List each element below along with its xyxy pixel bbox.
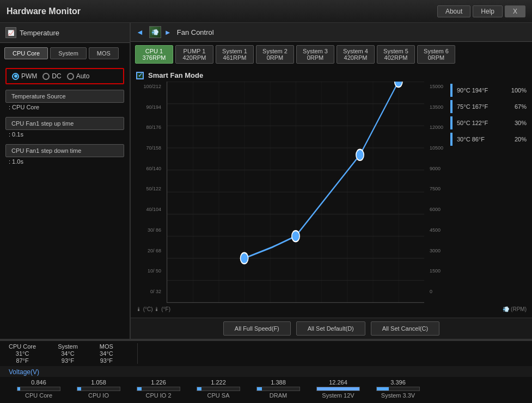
about-button[interactable]: About [437, 5, 470, 17]
temp-source-section: Temperature Source : CPU Core [5, 90, 124, 111]
action-bar: All Full Speed(F) All Set Default(D) All… [131, 318, 532, 339]
fan-tab-sys3-rpm: 0RPM [302, 54, 328, 61]
voltage-cpu-io2: 1.226 CPU IO 2 [129, 379, 188, 399]
close-button[interactable]: X [505, 5, 525, 17]
all-set-default-button[interactable]: All Set Default(D) [296, 321, 365, 336]
temperature-panel: 📈 Temperature CPU Core System MOS PWM [0, 23, 131, 339]
title-bar: Hardware Monitor About Help X [0, 0, 532, 23]
tab-mos[interactable]: MOS [89, 47, 119, 59]
temp-tabs: CPU Core System MOS [0, 43, 130, 64]
radio-auto-label: Auto [76, 72, 90, 80]
temp-controls: PWM DC Auto Temperature Source : CPU Cor… [0, 64, 130, 170]
radio-pwm-inner [14, 75, 17, 78]
fan-tab-pump1[interactable]: PUMP 1 420RPM [175, 45, 213, 64]
voltage-cpu-io2-label: CPU IO 2 [145, 392, 171, 399]
fan-tab-sys3[interactable]: System 3 0RPM [296, 45, 334, 64]
fan-tab-sys5-name: System 5 [383, 48, 409, 54]
fan-tab-cpu1-rpm: 376RPM [141, 54, 167, 61]
fan-tab-sys4-rpm: 420RPM [343, 54, 369, 61]
status-mos-val2: 93°F [100, 357, 113, 364]
step-down-button[interactable]: CPU Fan1 step down time [5, 144, 124, 157]
status-system-val1: 34°C [61, 350, 75, 357]
curve-point-3 [356, 150, 364, 160]
title-bar-buttons: About Help X [437, 5, 525, 17]
fan-tab-sys6[interactable]: System 6 0RPM [417, 45, 455, 64]
smart-fan-header: ✓ Smart Fan Mode [136, 71, 527, 79]
voltage-cpu-sa-val: 1.222 [211, 379, 226, 386]
smart-fan-title: Smart Fan Mode [148, 71, 203, 79]
curve-point-4 [395, 82, 402, 87]
fan-mode-radio-group: PWM DC Auto [5, 68, 124, 84]
all-full-speed-button[interactable]: All Full Speed(F) [223, 321, 291, 336]
fan-panel-title: Fan Control [177, 28, 214, 36]
fan-tab-sys1-rpm: 461RPM [222, 54, 248, 61]
fan-tab-cpu1-name: CPU 1 [141, 48, 167, 54]
radio-pwm[interactable]: PWM [12, 72, 37, 80]
voltage-cpu-core-label: CPU Core [25, 392, 52, 399]
status-system-label: System [58, 343, 78, 350]
voltage-sys12v: 12.264 System 12V [308, 379, 368, 399]
voltage-dram-val: 1.388 [271, 379, 286, 386]
step-down-value: : 1.0s [5, 157, 124, 166]
fan-tab-sys2[interactable]: System 2 0RPM [256, 45, 294, 64]
chart-area: ✓ Smart Fan Mode 100/212 90/194 80/176 7… [131, 67, 532, 318]
all-set-cancel-button[interactable]: All Set Cancel(C) [371, 321, 439, 336]
radio-auto[interactable]: Auto [67, 72, 90, 80]
chart-graph[interactable] [167, 82, 424, 303]
temp-source-value: : CPU Core [5, 103, 124, 111]
legend-item-50: 50°C 122°F 30% [450, 116, 527, 129]
legend-pct-90: 100% [511, 87, 527, 94]
legend-temp-50: 50°C 122°F [457, 120, 510, 126]
smart-fan-checkbox[interactable]: ✓ [136, 72, 144, 79]
help-button[interactable]: Help [473, 5, 503, 17]
chart-legend: 90°C 194°F 100% 75°C 167°F 67% 50°C 122°… [450, 82, 527, 303]
radio-dc-circle [42, 73, 50, 80]
legend-bar-75 [450, 100, 452, 113]
fan-panel: ◄ 💨 ► Fan Control CPU 1 376RPM PUMP 1 42… [131, 23, 532, 339]
voltage-cpu-core: 0.846 CPU Core [9, 379, 69, 399]
tab-system[interactable]: System [50, 47, 87, 59]
legend-pct-50: 30% [515, 120, 527, 126]
fan-tab-sys2-rpm: 0RPM [262, 54, 288, 61]
step-up-button[interactable]: CPU Fan1 step up time [5, 117, 124, 130]
main-area: 📈 Temperature CPU Core System MOS PWM [0, 23, 532, 403]
voltage-sys33v-label: System 3.3V [381, 392, 415, 399]
tab-cpu-core[interactable]: CPU Core [4, 47, 48, 59]
voltage-cpu-io-fill [77, 387, 81, 390]
legend-temp-30: 30°C 86°F [457, 136, 510, 142]
curve-point-1 [240, 253, 248, 264]
step-up-value: : 0.1s [5, 130, 124, 139]
fan-tab-sys5[interactable]: System 5 402RPM [377, 45, 415, 64]
status-mos: MOS 34°C 93°F [100, 343, 113, 364]
radio-dc[interactable]: DC [42, 72, 61, 80]
radio-pwm-circle [12, 73, 19, 80]
fan-tab-sys1[interactable]: System 1 461RPM [216, 45, 254, 64]
voltage-cpu-sa-fill [197, 387, 201, 390]
voltage-cpu-core-bar [17, 387, 60, 391]
voltage-cpu-io: 1.058 CPU IO [69, 379, 129, 399]
legend-bar-90 [450, 84, 452, 97]
voltage-dram: 1.388 DRAM [248, 379, 308, 399]
fan-tab-sys4[interactable]: System 4 420RPM [337, 45, 375, 64]
legend-item-75: 75°C 167°F 67% [450, 100, 527, 113]
fan-tab-sys6-rpm: 0RPM [423, 54, 449, 61]
voltage-dram-label: DRAM [270, 392, 287, 399]
fan-icon: 💨 [149, 26, 161, 38]
temp-panel-header: 📈 Temperature [0, 23, 130, 43]
status-system: System 34°C 93°F [58, 343, 78, 364]
voltage-cpu-io2-bar [137, 387, 180, 391]
legend-temp-75: 75°C 167°F [457, 103, 510, 110]
temp-source-button[interactable]: Temperature Source [5, 90, 124, 103]
voltage-cpu-core-fill [17, 387, 20, 390]
voltage-sys12v-label: System 12V [322, 392, 354, 399]
voltage-section-label: Voltage(V) [0, 366, 532, 377]
chart-y-left: 100/212 90/194 80/176 70/158 60/140 50/1… [136, 82, 163, 303]
curve-point-2 [292, 231, 299, 241]
status-mos-label: MOS [100, 343, 113, 350]
radio-dc-label: DC [52, 72, 61, 80]
status-cpu-core: CPU Core 31°C 87°F [9, 343, 36, 364]
voltage-cpu-sa: 1.222 CPU SA [188, 379, 248, 399]
fan-tab-cpu1[interactable]: CPU 1 376RPM [135, 45, 173, 64]
radio-pwm-label: PWM [21, 72, 37, 80]
app-title: Hardware Monitor [7, 7, 437, 16]
